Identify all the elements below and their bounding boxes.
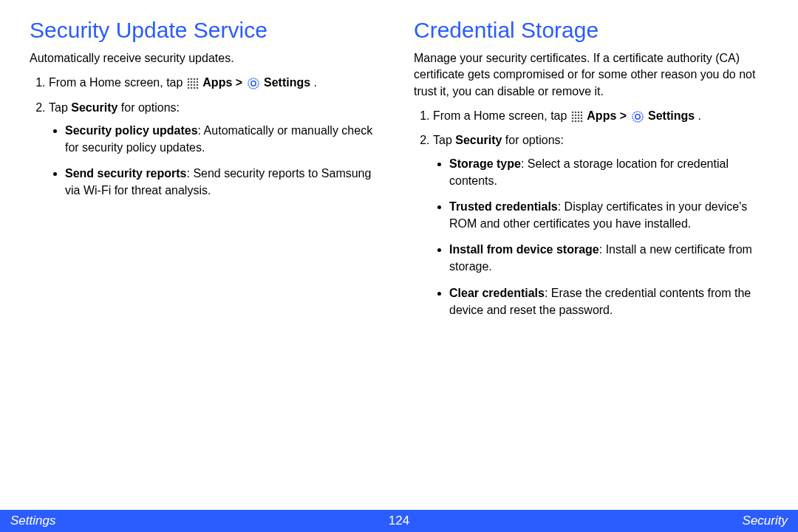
options-list: Storage type: Select a storage location … [433,155,768,319]
options-list: Security policy updates: Automatically o… [49,122,384,200]
svg-point-13 [191,87,193,89]
svg-point-29 [581,117,583,120]
svg-point-24 [578,115,580,117]
settings-gear-icon [631,110,644,123]
svg-point-15 [197,87,199,89]
step-2: Tap Security for options: Storage type: … [433,132,768,318]
svg-point-5 [191,81,193,83]
svg-point-4 [188,81,190,83]
intro-text: Automatically receive security updates. [30,50,384,66]
svg-point-26 [572,117,574,120]
svg-point-22 [572,115,574,117]
option-security-policy-updates: Security policy updates: Automatically o… [65,122,384,156]
step-1: From a Home screen, tap Apps > [49,74,384,91]
right-column: Credential Storage Manage your security … [414,18,768,327]
svg-point-30 [572,120,574,123]
svg-point-25 [581,115,583,117]
period: . [314,76,317,89]
section-heading-credential-storage: Credential Storage [414,18,768,43]
option-title: Trusted credentials [449,200,558,213]
svg-point-6 [194,81,196,83]
period: . [698,109,701,122]
option-title: Security policy updates [65,124,198,137]
option-title: Storage type [449,157,521,170]
settings-label: Settings [648,109,695,122]
footer-page-number: 124 [389,514,409,528]
security-label: Security [71,101,117,114]
step-2-prefix: Tap [49,101,71,114]
footer-right: Security [743,514,788,528]
step-1-text: From a Home screen, tap Apps > [49,76,317,89]
option-title: Send security reports [65,167,187,180]
settings-gear-icon [247,77,260,90]
breadcrumb-separator: > [236,76,246,89]
step-2: Tap Security for options: Security polic… [49,99,384,200]
step-1-prefix: From a Home screen, tap [433,109,570,122]
svg-point-16 [248,78,259,89]
svg-point-28 [578,117,580,120]
apps-label: Apps [587,109,616,122]
footer-left: Settings [10,514,55,528]
option-clear-credentials: Clear credentials: Erase the credential … [449,284,768,318]
svg-point-7 [197,81,199,83]
option-storage-type: Storage type: Select a storage location … [449,155,768,189]
svg-point-23 [575,115,577,117]
intro-text: Manage your security certificates. If a … [414,50,768,100]
option-trusted-credentials: Trusted credentials: Display certificate… [449,198,768,232]
svg-point-17 [250,81,255,86]
option-send-security-reports: Send security reports: Send security rep… [65,165,384,199]
svg-point-27 [575,117,577,120]
steps-list: From a Home screen, tap Apps > [414,107,768,318]
breadcrumb-separator: > [620,109,630,122]
option-title: Clear credentials [449,287,545,299]
svg-point-14 [194,87,196,89]
svg-point-12 [188,87,190,89]
document-page: Security Update Service Automatically re… [0,0,798,532]
svg-point-18 [572,112,574,114]
svg-point-11 [197,84,199,86]
svg-point-8 [188,84,190,86]
svg-point-21 [581,112,583,114]
settings-label: Settings [264,76,310,89]
svg-point-10 [194,84,196,86]
svg-point-33 [581,120,583,123]
svg-point-34 [632,112,643,122]
svg-point-3 [197,78,199,81]
step-2-suffix: for options: [502,134,564,146]
security-label: Security [455,134,502,146]
step-2-prefix: Tap [433,134,455,146]
step-2-suffix: for options: [117,101,180,114]
step-1: From a Home screen, tap Apps > [433,107,768,124]
step-1-text: From a Home screen, tap Apps > [433,109,701,122]
page-footer: Settings 124 Security [0,510,798,532]
apps-label: Apps [202,76,232,89]
svg-point-9 [191,84,193,86]
svg-point-32 [578,120,580,123]
svg-point-0 [188,78,190,81]
svg-point-19 [575,112,577,114]
step-1-prefix: From a Home screen, tap [49,76,186,89]
section-heading-security-update-service: Security Update Service [30,18,384,43]
content-columns: Security Update Service Automatically re… [0,0,798,327]
option-title: Install from device storage [449,243,599,256]
svg-point-35 [635,115,639,119]
left-column: Security Update Service Automatically re… [30,18,384,327]
svg-point-2 [194,78,196,81]
svg-point-1 [191,78,193,81]
option-install-from-device-storage: Install from device storage: Install a n… [449,241,768,275]
svg-point-31 [575,120,577,123]
svg-point-20 [578,112,580,114]
apps-grid-icon [187,78,199,89]
steps-list: From a Home screen, tap Apps > [30,74,384,199]
apps-grid-icon [571,111,583,123]
